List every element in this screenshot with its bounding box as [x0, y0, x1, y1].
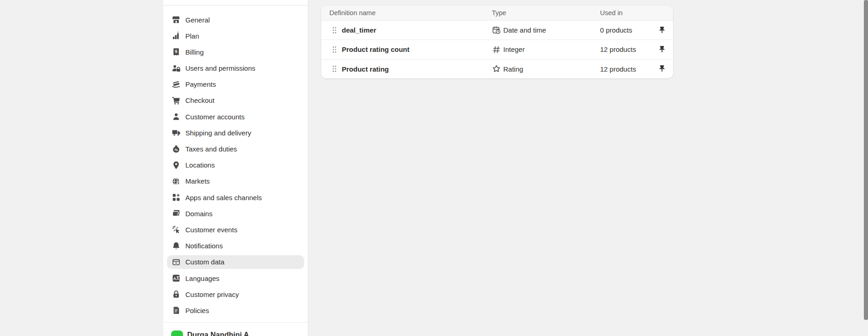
sidebar-item-customer-accounts[interactable]: Customer accounts	[167, 110, 304, 123]
store-icon	[172, 15, 181, 24]
scrollbar-track[interactable]	[864, 0, 868, 336]
sidebar-top-strip	[163, 0, 308, 6]
sidebar-item-shipping-and-delivery[interactable]: Shipping and delivery	[167, 126, 304, 140]
drag-handle-icon[interactable]	[331, 64, 338, 73]
svg-text:$: $	[175, 49, 178, 54]
sidebar-item-languages[interactable]: A Languages	[167, 271, 304, 285]
map-pin-icon	[172, 161, 181, 170]
table-body: deal_timer Date and time 0 products Prod…	[321, 21, 673, 78]
money-bag-percent-icon: %	[172, 145, 181, 154]
sidebar-item-domains[interactable]: Domains	[167, 207, 304, 220]
lock-icon	[172, 290, 181, 299]
definition-name-link[interactable]: Product rating count	[342, 45, 410, 53]
svg-text:%: %	[174, 147, 178, 151]
sidebar-item-payments[interactable]: Payments	[167, 78, 304, 91]
cursor-click-icon	[172, 225, 181, 234]
star-icon	[492, 64, 501, 73]
sidebar-item-customer-privacy[interactable]: Customer privacy	[167, 287, 304, 301]
calendar-clock-icon	[492, 26, 501, 35]
table-header-row: Definition name Type Used in	[321, 6, 673, 21]
sidebar-item-policies[interactable]: Policies	[167, 303, 304, 317]
sidebar-item-locations[interactable]: Locations	[167, 158, 304, 172]
type-label: Rating	[503, 65, 523, 73]
bell-icon	[172, 241, 181, 251]
sidebar-item-apps-and-sales-channels[interactable]: Apps and sales channels	[167, 190, 304, 204]
settings-nav: General Plan $ Billing Users and permiss…	[163, 6, 308, 317]
column-header-used-in: Used in	[600, 9, 673, 17]
user-profile-item[interactable]: Durga Nandhini A	[163, 323, 308, 336]
person-icon	[172, 112, 181, 121]
sidebar-item-checkout[interactable]: Checkout	[167, 94, 304, 107]
used-in-label: 12 products	[600, 65, 636, 73]
table-row[interactable]: Product rating Rating 12 products	[321, 60, 673, 78]
drag-handle-icon[interactable]	[331, 26, 338, 35]
hand-card-icon	[172, 80, 181, 89]
user-avatar	[171, 330, 183, 336]
plan-steps-icon	[172, 31, 181, 40]
translate-icon: A	[172, 274, 181, 283]
user-name: Durga Nandhini A	[187, 331, 249, 336]
used-in-label: 12 products	[600, 45, 636, 53]
column-header-type: Type	[492, 9, 600, 17]
table-row[interactable]: Product rating count Integer 12 products	[321, 40, 673, 59]
sidebar-item-general[interactable]: General	[167, 13, 304, 27]
sidebar-item-custom-data[interactable]: Custom data	[167, 255, 304, 269]
database-drawer-icon	[172, 258, 181, 267]
column-header-definition-name: Definition name	[321, 9, 492, 17]
sidebar-item-customer-events[interactable]: Customer events	[167, 223, 304, 236]
svg-text:$: $	[178, 181, 179, 185]
pin-icon[interactable]	[657, 26, 667, 35]
document-lines-icon	[172, 306, 181, 315]
sidebar-item-plan[interactable]: Plan	[167, 29, 304, 43]
truck-icon	[172, 128, 181, 137]
settings-sidebar: General Plan $ Billing Users and permiss…	[163, 0, 308, 336]
svg-text:A: A	[173, 276, 176, 281]
hash-icon	[492, 45, 501, 54]
drag-handle-icon[interactable]	[331, 45, 338, 54]
used-in-label: 0 products	[600, 26, 632, 34]
metafield-definitions-table: Definition name Type Used in deal_timer …	[321, 6, 673, 78]
browser-windows-cursor-icon	[172, 209, 181, 218]
cart-icon	[172, 96, 181, 105]
sidebar-item-taxes-and-duties[interactable]: % Taxes and duties	[167, 142, 304, 156]
table-row[interactable]: deal_timer Date and time 0 products	[321, 21, 673, 40]
type-label: Date and time	[503, 26, 546, 34]
user-lock-icon	[172, 64, 181, 73]
globe-dollar-icon: $	[172, 177, 181, 186]
pin-icon[interactable]	[657, 45, 667, 54]
receipt-dollar-icon: $	[172, 47, 181, 56]
scrollbar-thumb[interactable]	[864, 0, 868, 320]
pin-icon[interactable]	[657, 64, 667, 73]
sidebar-item-markets[interactable]: $ Markets	[167, 174, 304, 188]
type-label: Integer	[503, 45, 525, 53]
sidebar-item-billing[interactable]: $ Billing	[167, 45, 304, 59]
sidebar-item-users-and-permissions[interactable]: Users and permissions	[167, 62, 304, 75]
sidebar-item-notifications[interactable]: Notifications	[167, 239, 304, 253]
definition-name-link[interactable]: deal_timer	[342, 26, 376, 34]
definition-name-link[interactable]: Product rating	[342, 65, 389, 73]
apps-grid-plus-icon	[172, 193, 181, 202]
